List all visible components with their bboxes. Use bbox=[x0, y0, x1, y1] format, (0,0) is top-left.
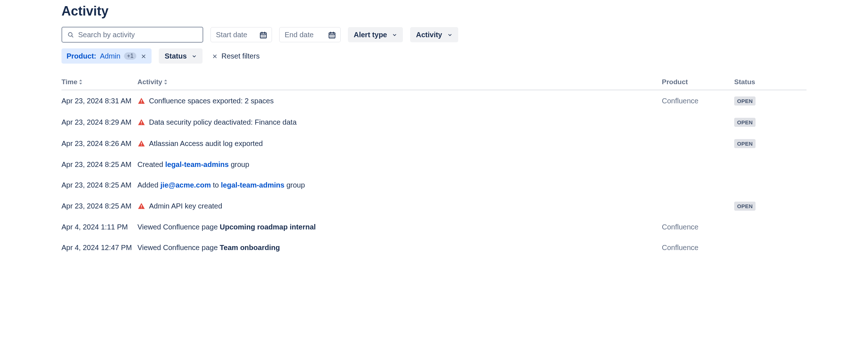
activity-text-segment: group bbox=[229, 160, 249, 168]
alert-type-dropdown[interactable]: Alert type bbox=[348, 27, 403, 42]
svg-rect-33 bbox=[141, 124, 142, 125]
cell-time: Apr 4, 2024 1:11 PM bbox=[61, 223, 137, 231]
svg-point-19 bbox=[330, 36, 331, 37]
end-date-placeholder: End date bbox=[285, 31, 314, 39]
status-dropdown[interactable]: Status bbox=[159, 48, 203, 64]
svg-rect-37 bbox=[141, 208, 142, 208]
cell-activity: Added jie@acme.com to legal-team-admins … bbox=[137, 181, 662, 189]
activity-text-segment: Viewed Confluence page bbox=[137, 223, 220, 231]
svg-rect-36 bbox=[141, 205, 142, 207]
cell-status: OPEN bbox=[734, 139, 807, 148]
alert-type-label: Alert type bbox=[354, 31, 387, 39]
activity-text-segment: Admin API key created bbox=[149, 202, 222, 210]
activity-link[interactable]: legal-team-admins bbox=[221, 181, 285, 189]
activity-bold-text: Upcoming roadmap internal bbox=[220, 223, 316, 231]
svg-rect-31 bbox=[141, 103, 142, 103]
chevron-down-icon bbox=[192, 52, 197, 60]
activity-text: Added jie@acme.com to legal-team-admins … bbox=[137, 181, 305, 189]
product-filter-value: Admin bbox=[100, 52, 120, 60]
reset-filters-button[interactable]: Reset filters bbox=[210, 48, 262, 64]
table-row[interactable]: Apr 23, 2024 8:26 AMAtlassian Access aud… bbox=[61, 133, 807, 154]
activity-text-segment: Viewed Confluence page bbox=[137, 244, 220, 251]
svg-point-20 bbox=[332, 36, 332, 37]
svg-point-7 bbox=[263, 35, 264, 36]
search-input[interactable] bbox=[77, 30, 197, 39]
cell-time: Apr 23, 2024 8:29 AM bbox=[61, 118, 137, 126]
cell-activity: Viewed Confluence page Team onboarding bbox=[137, 244, 662, 252]
cell-activity: Created legal-team-admins group bbox=[137, 160, 662, 169]
cell-time: Apr 23, 2024 8:25 AM bbox=[61, 202, 137, 210]
reset-filters-label: Reset filters bbox=[221, 52, 260, 60]
table-row[interactable]: Apr 4, 2024 12:47 PMViewed Confluence pa… bbox=[61, 237, 807, 258]
svg-rect-30 bbox=[141, 100, 142, 102]
cell-product: Confluence bbox=[662, 97, 734, 105]
table-row[interactable]: Apr 4, 2024 1:11 PMViewed Confluence pag… bbox=[61, 217, 807, 237]
activity-text: Data security policy deactivated: Financ… bbox=[149, 118, 297, 126]
product-filter-chip[interactable]: Product: Admin +1 bbox=[61, 48, 152, 64]
cell-activity: Viewed Confluence page Upcoming roadmap … bbox=[137, 223, 662, 231]
cell-time: Apr 23, 2024 8:31 AM bbox=[61, 97, 137, 105]
cell-activity: Atlassian Access audit log exported bbox=[137, 139, 662, 148]
svg-marker-26 bbox=[79, 79, 82, 81]
cell-time: Apr 23, 2024 8:25 AM bbox=[61, 181, 137, 189]
status-badge: OPEN bbox=[734, 118, 756, 127]
sort-icon bbox=[79, 79, 82, 85]
page-title: Activity bbox=[61, 4, 807, 19]
controls-row-2: Product: Admin +1 Status Reset filters bbox=[61, 48, 807, 64]
column-header-activity-label: Activity bbox=[137, 78, 162, 86]
svg-point-10 bbox=[263, 36, 264, 37]
cell-activity: Confluence spaces exported: 2 spaces bbox=[137, 97, 662, 106]
table-row[interactable]: Apr 23, 2024 8:31 AMConfluence spaces ex… bbox=[61, 90, 807, 112]
svg-marker-29 bbox=[164, 83, 167, 85]
column-header-status[interactable]: Status bbox=[734, 78, 807, 86]
activity-text-segment: to bbox=[211, 181, 221, 189]
end-date-input[interactable]: End date bbox=[279, 27, 341, 42]
svg-point-16 bbox=[330, 35, 331, 36]
chevron-down-icon bbox=[447, 31, 452, 39]
table-row[interactable]: Apr 23, 2024 8:25 AMAdmin API key create… bbox=[61, 195, 807, 217]
close-icon[interactable] bbox=[141, 52, 146, 60]
activity-link[interactable]: legal-team-admins bbox=[165, 160, 229, 168]
column-header-activity[interactable]: Activity bbox=[137, 78, 662, 86]
cell-status: OPEN bbox=[734, 202, 807, 211]
svg-point-17 bbox=[332, 35, 332, 36]
status-badge: OPEN bbox=[734, 96, 756, 106]
start-date-placeholder: Start date bbox=[216, 31, 247, 39]
activity-text-segment: Added bbox=[137, 181, 160, 189]
svg-rect-35 bbox=[141, 145, 142, 146]
alert-triangle-icon bbox=[137, 97, 145, 106]
svg-rect-32 bbox=[141, 121, 142, 124]
svg-line-1 bbox=[72, 36, 73, 37]
table-row[interactable]: Apr 23, 2024 8:25 AMCreated legal-team-a… bbox=[61, 154, 807, 175]
activity-text: Atlassian Access audit log exported bbox=[149, 139, 263, 148]
column-header-time-label: Time bbox=[61, 78, 77, 86]
activity-text: Admin API key created bbox=[149, 202, 222, 210]
column-header-time[interactable]: Time bbox=[61, 78, 137, 86]
svg-rect-34 bbox=[141, 143, 142, 145]
activity-text-segment: group bbox=[284, 181, 305, 189]
status-badge: OPEN bbox=[734, 202, 756, 211]
alert-triangle-icon bbox=[137, 139, 145, 148]
cell-status: OPEN bbox=[734, 118, 807, 127]
cell-time: Apr 23, 2024 8:25 AM bbox=[61, 160, 137, 169]
activity-table: Time Activity Product Status Apr 23, 202… bbox=[61, 75, 807, 258]
svg-point-8 bbox=[264, 35, 265, 36]
svg-point-9 bbox=[261, 36, 262, 37]
cell-activity: Admin API key created bbox=[137, 202, 662, 211]
activity-label: Activity bbox=[416, 31, 442, 39]
activity-text-segment: Atlassian Access audit log exported bbox=[149, 139, 263, 147]
activity-bold-text: Team onboarding bbox=[220, 244, 280, 251]
table-row[interactable]: Apr 23, 2024 8:25 AMAdded jie@acme.com t… bbox=[61, 175, 807, 195]
activity-dropdown[interactable]: Activity bbox=[410, 27, 458, 42]
svg-point-6 bbox=[261, 35, 262, 36]
cell-time: Apr 23, 2024 8:26 AM bbox=[61, 139, 137, 148]
start-date-input[interactable]: Start date bbox=[210, 27, 272, 42]
cell-status: OPEN bbox=[734, 96, 807, 106]
calendar-icon bbox=[259, 30, 267, 39]
activity-link[interactable]: jie@acme.com bbox=[160, 181, 211, 189]
search-input-wrapper[interactable] bbox=[61, 27, 203, 43]
table-header: Time Activity Product Status bbox=[61, 75, 807, 90]
cell-activity: Data security policy deactivated: Financ… bbox=[137, 118, 662, 127]
table-row[interactable]: Apr 23, 2024 8:29 AMData security policy… bbox=[61, 112, 807, 133]
column-header-product[interactable]: Product bbox=[662, 78, 734, 86]
